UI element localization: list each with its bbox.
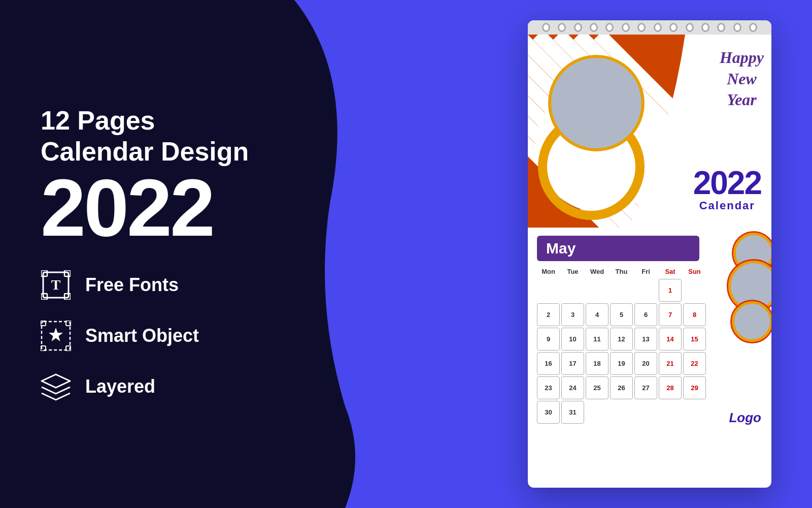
cal-day-12: 12	[610, 328, 633, 351]
spiral-loop	[605, 23, 614, 32]
cal-day-13: 13	[634, 328, 657, 351]
calendar-row-2: 2 3 4 5 6 7 8	[537, 303, 706, 326]
greeting-text: Happy New Year	[720, 47, 764, 111]
year-2022-block: 2022 Calendar	[693, 167, 761, 212]
cal-day-20: 20	[634, 352, 657, 375]
spiral-loop	[669, 23, 678, 32]
cal-cell-empty	[561, 279, 584, 302]
logo-text: Logo	[729, 410, 761, 426]
spiral-loop	[590, 23, 598, 32]
cal-day-10: 10	[561, 328, 584, 351]
cal-cell-empty	[683, 401, 706, 424]
header-tue: Tue	[561, 266, 584, 277]
calendar-grid-section: May Mon Tue Wed Thu Fri Sat Sun	[528, 228, 771, 432]
calendar-grid: Mon Tue Wed Thu Fri Sat Sun 1	[537, 266, 706, 424]
cal-day-14-sat: 14	[659, 328, 682, 351]
cal-cell-empty	[586, 401, 608, 424]
layered-label: Layered	[85, 376, 155, 397]
header-sat: Sat	[659, 266, 682, 277]
cal-day-24: 24	[561, 376, 584, 399]
card-top-design: Happy New Year 2022 Calendar	[528, 35, 771, 228]
header-fri: Fri	[634, 266, 657, 277]
fonts-label: Free Fonts	[85, 274, 179, 296]
header-mon: Mon	[537, 266, 560, 277]
cal-day-18: 18	[586, 352, 608, 375]
svg-text:T: T	[51, 277, 61, 293]
greeting-line1: Happy	[720, 47, 764, 69]
cal-day-23: 23	[537, 376, 560, 399]
cal-day-21-sat: 21	[659, 352, 682, 375]
spiral-loop	[637, 23, 646, 32]
calendar-row-6: 30 31	[537, 401, 706, 424]
cal-day-17: 17	[561, 352, 584, 375]
photo-placeholder	[548, 55, 645, 151]
greeting-line3: Year	[720, 89, 764, 111]
cal-cell-empty	[586, 279, 608, 302]
svg-marker-13	[42, 374, 70, 388]
svg-rect-5	[64, 294, 71, 300]
cal-cell-empty	[683, 279, 706, 302]
cal-day-8-sun: 8	[683, 303, 706, 326]
svg-rect-3	[64, 270, 71, 276]
cal-cell-empty	[659, 401, 682, 424]
greeting-line2: New	[720, 69, 764, 90]
deco-circle-bot	[732, 301, 771, 342]
year-label: Calendar	[693, 199, 761, 212]
cal-day-26: 26	[610, 376, 633, 399]
calendar-row-3: 9 10 11 12 13 14 15	[537, 328, 706, 351]
smart-label: Smart Object	[85, 325, 199, 346]
text-box-icon: T	[41, 270, 71, 300]
cal-day-25: 25	[586, 376, 608, 399]
cal-day-3: 3	[561, 303, 584, 326]
cal-day-30: 30	[537, 401, 560, 424]
spiral-loop	[654, 23, 662, 32]
header-sun: Sun	[683, 266, 706, 277]
cal-day-27: 27	[634, 376, 657, 399]
calendar-row-1: 1	[537, 279, 706, 302]
cal-day-16: 16	[537, 352, 560, 375]
cal-day-11: 11	[586, 328, 608, 351]
header-wed: Wed	[586, 266, 608, 277]
cal-day-28-sat: 28	[659, 376, 682, 399]
cal-cell-empty	[537, 279, 560, 302]
title-line1: 12 Pages	[41, 106, 325, 135]
svg-rect-4	[41, 294, 47, 300]
spiral-binding	[528, 20, 771, 35]
cal-cell-empty	[610, 401, 633, 424]
layers-icon	[41, 371, 71, 402]
feature-smart: Smart Object	[41, 321, 325, 351]
cal-day-1-sat: 1	[659, 279, 682, 302]
spiral-loop	[558, 23, 566, 32]
cal-cell-empty	[634, 279, 657, 302]
cal-day-7-sat: 7	[659, 303, 682, 326]
cal-cell-empty	[610, 279, 633, 302]
month-header: May	[537, 236, 699, 261]
year-display: 2022	[41, 171, 325, 244]
calendar-row-4: 16 17 18 19 20 21 22	[537, 352, 706, 375]
spiral-loop	[574, 23, 582, 32]
calendar-row-5: 23 24 25 26 27 28 29	[537, 376, 706, 399]
spiral-loop	[733, 23, 741, 32]
spiral-loop	[542, 23, 550, 32]
spiral-loop	[701, 23, 709, 32]
feature-layered: Layered	[41, 371, 325, 402]
cal-day-29-sun: 29	[683, 376, 706, 399]
header-thu: Thu	[610, 266, 633, 277]
cal-day-22-sun: 22	[683, 352, 706, 375]
cal-day-15-sun: 15	[683, 328, 706, 351]
cal-day-5: 5	[610, 303, 633, 326]
calendar-card: Happy New Year 2022 Calendar May	[528, 20, 771, 488]
star-box-icon	[41, 321, 71, 351]
spiral-loop	[622, 23, 630, 32]
feature-fonts: T Free Fonts	[41, 270, 325, 300]
svg-rect-2	[41, 270, 47, 276]
year-number: 2022	[693, 167, 761, 199]
cal-day-2: 2	[537, 303, 560, 326]
cal-day-9: 9	[537, 328, 560, 351]
cal-day-4: 4	[586, 303, 608, 326]
spiral-loop	[686, 23, 694, 32]
svg-marker-12	[49, 328, 63, 341]
calendar-header-row: Mon Tue Wed Thu Fri Sat Sun	[537, 266, 706, 277]
cal-cell-empty	[634, 401, 657, 424]
spiral-loop	[749, 23, 757, 32]
